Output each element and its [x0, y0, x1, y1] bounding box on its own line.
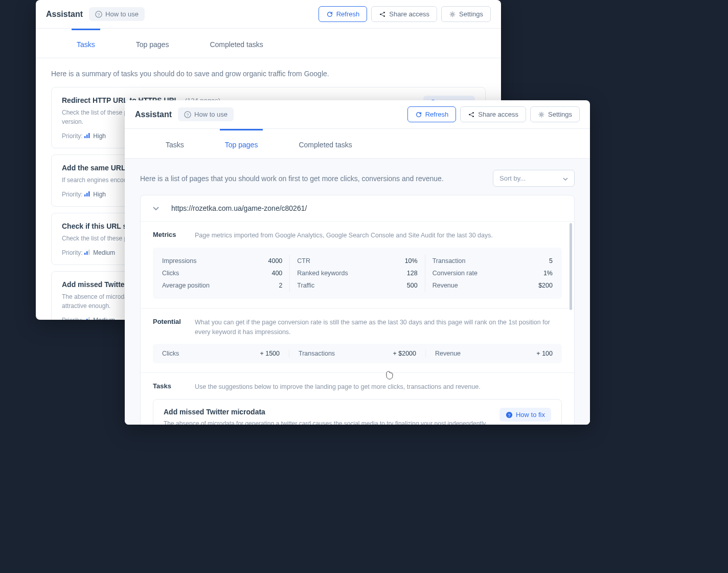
- svg-rect-11: [84, 194, 86, 196]
- refresh-label: Refresh: [425, 111, 449, 118]
- metrics-grid: Impressions4000 Clicks400 Average positi…: [153, 248, 562, 299]
- tab-completed[interactable]: Completed tasks: [293, 129, 357, 158]
- share-button[interactable]: Share access: [371, 6, 437, 22]
- priority-icon: [84, 249, 90, 256]
- priority-label: Priority:: [62, 249, 83, 256]
- sort-select[interactable]: Sort by...: [493, 170, 575, 187]
- svg-rect-15: [86, 251, 88, 255]
- metric-val: 1%: [543, 270, 553, 277]
- assistant-panel-top-pages: Assistant ? How to use Refresh Share acc…: [125, 100, 590, 425]
- metric-key: Ranked keywords: [297, 270, 348, 277]
- tab-tasks[interactable]: Tasks: [72, 29, 100, 58]
- chevron-down-icon: [153, 204, 159, 213]
- sort-placeholder: Sort by...: [499, 174, 526, 182]
- refresh-icon: [415, 111, 422, 118]
- metric-val: 4000: [268, 257, 283, 265]
- share-label: Share access: [478, 111, 518, 118]
- refresh-label: Refresh: [336, 10, 360, 18]
- svg-point-5: [451, 13, 453, 15]
- priority-icon: [84, 191, 90, 198]
- svg-rect-19: [88, 317, 90, 320]
- svg-text:?: ?: [187, 112, 189, 117]
- priority-value: High: [93, 191, 106, 198]
- priority-icon: [84, 133, 90, 140]
- refresh-button[interactable]: Refresh: [407, 106, 457, 122]
- svg-rect-12: [86, 193, 88, 196]
- svg-rect-14: [84, 253, 86, 255]
- topbar: Assistant ? How to use Refresh Share acc…: [125, 100, 590, 129]
- tabs: Tasks Top pages Completed tasks: [125, 129, 590, 159]
- tabs: Tasks Top pages Completed tasks: [36, 29, 501, 58]
- app-title: Assistant: [135, 110, 172, 119]
- potential-key: Transactions: [299, 350, 335, 357]
- potential-key: Clicks: [162, 350, 179, 357]
- help-icon: ?: [506, 411, 513, 418]
- section-label: Metrics: [153, 231, 185, 238]
- metric-key: Traffic: [297, 282, 314, 289]
- svg-rect-8: [88, 133, 90, 138]
- share-button[interactable]: Share access: [460, 106, 526, 122]
- content: Here is a list of pages that you should …: [125, 159, 590, 425]
- share-label: Share access: [389, 10, 429, 18]
- potential-section: Potential What you can get if the page c…: [141, 308, 574, 373]
- page-url: https://rozetka.com.ua/game-zone/c80261/: [171, 204, 307, 212]
- app-title: Assistant: [46, 10, 83, 19]
- section-desc: Use the suggestions below to improve the…: [195, 382, 562, 392]
- how-to-use-label: How to use: [194, 111, 228, 118]
- metric-val: 5: [549, 257, 553, 265]
- tab-top-pages[interactable]: Top pages: [131, 29, 174, 58]
- section-desc: What you can get if the page conversion …: [195, 318, 562, 337]
- settings-button[interactable]: Settings: [441, 6, 491, 22]
- priority-label: Priority:: [62, 133, 83, 140]
- how-to-use-button[interactable]: ? How to use: [178, 107, 234, 121]
- potential-grid: Clicks+ 1500 Transactions+ $2000 Revenue…: [153, 344, 562, 363]
- how-to-fix-button[interactable]: ? How to fix: [499, 408, 551, 422]
- intro-text: Here is a list of pages that you should …: [140, 174, 483, 183]
- priority-icon: [84, 317, 90, 320]
- help-icon: ?: [184, 111, 191, 118]
- settings-button[interactable]: Settings: [530, 106, 580, 122]
- svg-text:?: ?: [508, 412, 510, 417]
- subtask-card: Add missed Twitter microdata The absence…: [153, 399, 562, 425]
- metric-val: 2: [279, 282, 282, 289]
- intro-text: Here is a summary of tasks you should do…: [51, 70, 486, 78]
- metric-key: Average position: [162, 282, 210, 289]
- potential-val: + 100: [536, 350, 553, 357]
- help-icon: ?: [95, 11, 102, 18]
- metric-key: Revenue: [433, 282, 458, 289]
- settings-label: Settings: [548, 111, 572, 118]
- svg-point-25: [540, 114, 542, 116]
- priority-value: Medium: [93, 249, 115, 256]
- priority-value: Medium: [93, 317, 115, 320]
- priority-label: Priority:: [62, 317, 83, 320]
- gear-icon: [449, 11, 456, 18]
- svg-rect-16: [88, 250, 90, 255]
- how-to-use-button[interactable]: ? How to use: [89, 7, 145, 21]
- metric-key: Transaction: [433, 257, 466, 265]
- chevron-down-icon: [563, 174, 568, 182]
- metric-key: Clicks: [162, 270, 179, 277]
- tab-top-pages[interactable]: Top pages: [220, 129, 263, 158]
- refresh-icon: [326, 11, 333, 18]
- metric-val: 128: [407, 270, 418, 277]
- metric-val: $200: [538, 282, 553, 289]
- settings-label: Settings: [459, 10, 483, 18]
- how-to-use-label: How to use: [105, 10, 139, 18]
- refresh-button[interactable]: Refresh: [318, 6, 368, 22]
- metric-val: 10%: [405, 257, 418, 265]
- svg-text:?: ?: [98, 12, 100, 17]
- section-label: Potential: [153, 318, 185, 325]
- potential-val: + 1500: [260, 350, 280, 357]
- share-icon: [468, 111, 475, 118]
- scrollbar-thumb[interactable]: [570, 223, 572, 310]
- priority-value: High: [93, 133, 106, 140]
- svg-rect-7: [86, 135, 88, 138]
- page-header[interactable]: https://rozetka.com.ua/game-zone/c80261/: [141, 195, 574, 221]
- gear-icon: [538, 111, 545, 118]
- tab-tasks[interactable]: Tasks: [161, 129, 189, 158]
- metric-val: 500: [407, 282, 418, 289]
- metric-key: CTR: [297, 257, 310, 265]
- how-to-fix-label: How to fix: [516, 411, 545, 418]
- tab-completed[interactable]: Completed tasks: [204, 29, 268, 58]
- metric-val: 400: [271, 270, 282, 277]
